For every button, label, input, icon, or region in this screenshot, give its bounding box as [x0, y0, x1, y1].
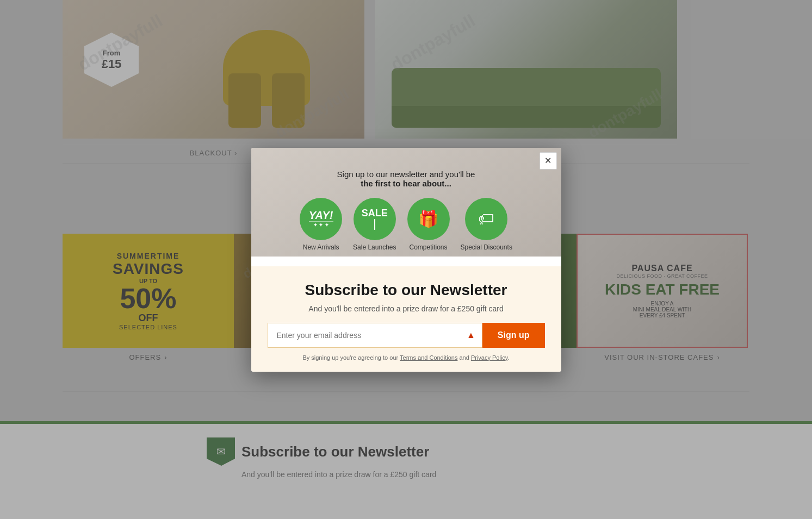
email-input[interactable]	[268, 323, 461, 348]
popup-icons-row: YAY! ✦ ✦ ✦ New Arrivals SALE Sale Lau	[284, 198, 529, 257]
sale-circle: SALE	[354, 198, 396, 240]
warning-icon: ▲	[460, 323, 482, 348]
gift-circle: 🎁	[407, 198, 450, 240]
competitions-label: Competitions	[409, 243, 447, 251]
icon-competitions: 🎁 Competitions	[407, 198, 450, 251]
yay-circle: YAY! ✦ ✦ ✦	[300, 198, 342, 240]
popup-headline: Sign up to our newsletter and you'll be …	[284, 170, 529, 188]
special-discounts-label: Special Discounts	[461, 243, 512, 251]
popup-input-row: ▲ Sign up	[268, 323, 545, 348]
popup-main-title: Subscribe to our Newsletter	[268, 282, 545, 299]
sale-launches-label: Sale Launches	[353, 243, 396, 251]
popup-bottom-section: Subscribe to our Newsletter And you'll b…	[251, 266, 561, 372]
icon-new-arrivals: YAY! ✦ ✦ ✦ New Arrivals	[300, 198, 342, 251]
icon-special-discounts: 🏷 Special Discounts	[461, 198, 512, 251]
popup-subtitle: And you'll be entered into a prize draw …	[268, 304, 545, 313]
popup-top-section: Sign up to our newsletter and you'll be …	[251, 148, 561, 257]
popup-top-inner: Sign up to our newsletter and you'll be …	[268, 159, 545, 257]
icon-sale-launches: SALE Sale Launches	[353, 198, 396, 251]
popup-terms: By signing up you're agreeing to our Ter…	[268, 354, 545, 361]
tag-circle: 🏷	[465, 198, 507, 240]
close-icon: ✕	[544, 155, 551, 166]
signup-button[interactable]: Sign up	[482, 323, 545, 348]
terms-link[interactable]: Terms and Conditions	[400, 354, 457, 361]
privacy-link[interactable]: Privacy Policy	[471, 354, 508, 361]
new-arrivals-label: New Arrivals	[303, 243, 339, 251]
popup-close-button[interactable]: ✕	[540, 152, 557, 170]
newsletter-popup: ✕ Sign up to our newsletter and you'll b…	[251, 148, 561, 372]
